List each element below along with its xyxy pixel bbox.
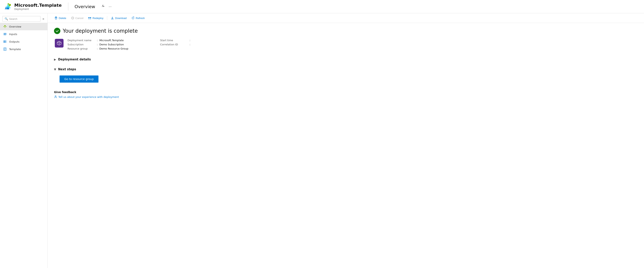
page-title: Overview — [75, 4, 95, 9]
resource-group-value: Demo Resource Group — [99, 47, 128, 50]
search-icon: 🔍 — [4, 17, 8, 20]
sidebar-item-overview[interactable]: Overview — [0, 23, 48, 30]
deployment-info-main: Deployment name : Microsoft.Template Sub… — [55, 39, 128, 50]
collapse-sidebar-button[interactable]: « — [42, 16, 45, 21]
svg-rect-12 — [4, 35, 6, 35]
delete-label: Delete — [59, 17, 66, 20]
app-container: Microsoft.Template Deployment Overview ·… — [0, 0, 644, 268]
deployment-type-icon — [55, 39, 64, 48]
box-icon — [56, 41, 62, 46]
overview-icon — [3, 25, 7, 28]
next-steps-content: Go to resource group — [54, 73, 638, 85]
checkmark-icon — [55, 29, 59, 33]
feedback-section: Give feedback Tell us about your experie… — [54, 91, 638, 99]
sidebar-search-box[interactable]: 🔍 — [2, 16, 40, 22]
svg-point-4 — [8, 3, 9, 5]
cancel-button[interactable]: Cancel — [69, 15, 85, 21]
sidebar-search-row: 🔍 « — [0, 15, 48, 23]
svg-point-5 — [8, 5, 10, 7]
svg-rect-22 — [56, 17, 56, 17]
azure-logo-icon — [4, 2, 12, 11]
inputs-icon — [3, 32, 7, 36]
header-divider — [68, 2, 68, 10]
cancel-label: Cancel — [76, 17, 84, 20]
next-steps-section: ▼ Next steps Go to resource group — [54, 66, 638, 85]
header-title-group: Microsoft.Template Deployment — [14, 3, 62, 10]
feedback-link[interactable]: Tell us about your experience with deplo… — [54, 95, 638, 99]
svg-point-8 — [6, 26, 6, 27]
sidebar-label-overview: Overview — [9, 25, 21, 28]
cancel-icon — [71, 16, 74, 20]
svg-rect-30 — [88, 18, 90, 19]
go-to-resource-group-button[interactable]: Go to resource group — [60, 75, 98, 83]
deployment-info: Deployment name : Microsoft.Template Sub… — [55, 39, 638, 50]
deployment-details-header[interactable]: ▶ Deployment details — [54, 56, 638, 63]
svg-rect-10 — [4, 33, 6, 33]
refresh-label: Refresh — [136, 17, 145, 20]
svg-point-6 — [4, 25, 6, 26]
main-layout: 🔍 « Overview — [0, 13, 644, 268]
sidebar-label-template: Template — [9, 48, 21, 51]
check-circle-icon — [54, 28, 60, 34]
deployment-complete-text: Your deployment is complete — [63, 28, 138, 34]
sidebar-nav: Overview Inputs — [0, 23, 48, 53]
search-input[interactable] — [9, 17, 38, 20]
deployment-fields: Deployment name : Microsoft.Template Sub… — [68, 39, 128, 50]
sidebar: 🔍 « Overview — [0, 13, 48, 268]
header-actions: ··· — [100, 3, 113, 10]
delete-icon — [54, 16, 58, 20]
sidebar-item-inputs[interactable]: Inputs — [0, 30, 48, 38]
deployment-complete-banner: Your deployment is complete — [54, 28, 638, 34]
svg-rect-23 — [55, 17, 57, 17]
toolbar-separator — [107, 16, 107, 20]
header: Microsoft.Template Deployment Overview ·… — [0, 0, 644, 13]
subscription-label: Subscription — [68, 43, 95, 46]
next-steps-header[interactable]: ▼ Next steps — [54, 66, 638, 73]
feedback-link-text: Tell us about your experience with deplo… — [58, 96, 119, 99]
download-icon — [111, 16, 114, 20]
sidebar-label-outputs: Outputs — [9, 40, 20, 43]
pin-icon — [101, 4, 104, 8]
resource-group-label: Resource group — [68, 47, 95, 50]
app-title: Microsoft.Template — [14, 3, 62, 8]
toolbar: Delete Cancel Redepl — [48, 13, 644, 23]
svg-rect-28 — [88, 17, 90, 18]
redeploy-label: Redeploy — [92, 17, 104, 20]
field-deployment-name: Deployment name : Microsoft.Template — [68, 39, 128, 42]
expand-details-icon: ▶ — [54, 58, 56, 61]
field-start-time: Start time : — [160, 39, 192, 42]
deployment-details-label: Deployment details — [58, 58, 91, 61]
collapse-next-steps-icon: ▼ — [54, 68, 56, 71]
svg-point-32 — [55, 96, 56, 97]
svg-rect-29 — [90, 17, 91, 18]
more-options-button[interactable]: ··· — [108, 4, 113, 9]
sidebar-item-template[interactable]: Template — [0, 45, 48, 53]
feedback-title: Give feedback — [54, 91, 638, 94]
svg-rect-13 — [6, 33, 6, 35]
subscription-value: Demo Subscription — [99, 43, 124, 46]
delete-button[interactable]: Delete — [52, 15, 68, 21]
field-correlation-id: Correlation ID : — [160, 43, 192, 46]
next-steps-label: Next steps — [58, 68, 76, 71]
pin-button[interactable] — [100, 3, 106, 10]
sidebar-item-outputs[interactable]: Outputs — [0, 38, 48, 45]
template-icon — [3, 47, 7, 51]
app-subtitle: Deployment — [14, 8, 62, 10]
download-button[interactable]: Download — [109, 15, 129, 21]
download-label: Download — [115, 17, 127, 20]
start-time-label: Start time — [160, 39, 188, 42]
deployment-details-section: ▶ Deployment details — [54, 56, 638, 63]
svg-rect-11 — [4, 34, 6, 34]
sidebar-label-inputs: Inputs — [9, 33, 17, 36]
svg-rect-31 — [90, 18, 91, 19]
svg-point-9 — [4, 27, 6, 28]
redeploy-icon — [88, 16, 91, 20]
field-subscription: Subscription : Demo Subscription — [68, 43, 128, 46]
field-resource-group: Resource group : Demo Resource Group — [68, 47, 128, 50]
redeploy-button[interactable]: Redeploy — [86, 15, 106, 21]
deployment-fields-right: Start time : Correlation ID : — [160, 39, 192, 50]
refresh-button[interactable]: Refresh — [130, 15, 147, 21]
correlation-id-label: Correlation ID — [160, 43, 188, 46]
header-logo: Microsoft.Template Deployment — [4, 2, 62, 11]
deployment-name-label: Deployment name — [68, 39, 95, 42]
